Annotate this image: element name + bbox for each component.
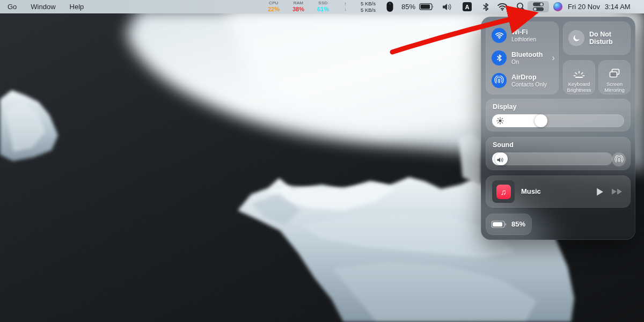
keyboard-brightness-label: Keyboard Brightness bbox=[563, 81, 595, 93]
bluetooth-toggle[interactable]: Bluetooth On › bbox=[486, 46, 559, 70]
desktop: Go Window Help CPU 22% RAM 38% SSD 61% ↑… bbox=[0, 0, 644, 322]
menu-bar: Go Window Help CPU 22% RAM 38% SSD 61% ↑… bbox=[0, 0, 644, 13]
music-title: Music bbox=[521, 188, 541, 196]
bluetooth-icon bbox=[496, 54, 503, 62]
wifi-icon bbox=[495, 32, 504, 39]
brightness-sun-icon bbox=[496, 117, 504, 127]
display-label: Display bbox=[493, 103, 516, 111]
battery-menu-item[interactable] bbox=[419, 0, 434, 13]
wifi-toggle-circle[interactable] bbox=[492, 28, 507, 43]
cpu-stat: CPU 22% bbox=[265, 1, 283, 12]
airplay-audio-button[interactable] bbox=[612, 152, 626, 166]
chevron-right-icon[interactable]: › bbox=[552, 53, 555, 63]
sound-label: Sound bbox=[493, 141, 514, 149]
airdrop-icon bbox=[494, 76, 504, 85]
sound-volume-slider[interactable] bbox=[492, 152, 612, 165]
control-center-menu-item[interactable] bbox=[528, 1, 549, 12]
menu-bar-clock[interactable]: Fri 20 Nov 3:14 AM bbox=[568, 0, 631, 13]
connectivity-card: Wi-Fi Lothlorien Bluetooth On › bbox=[486, 21, 559, 94]
siri-menu-item[interactable] bbox=[553, 0, 562, 13]
download-arrow-icon: ↓ bbox=[344, 7, 347, 12]
battery-percent-label: 85% bbox=[511, 221, 525, 229]
bluetooth-icon bbox=[482, 2, 490, 12]
keyboard-brightness-icon bbox=[572, 63, 586, 79]
do-not-disturb-card[interactable]: Do Not Disturb bbox=[563, 21, 631, 55]
menu-help[interactable]: Help bbox=[70, 3, 84, 11]
spotlight-menu-item[interactable] bbox=[516, 0, 525, 13]
bluetooth-title: Bluetooth bbox=[511, 51, 543, 58]
screen-mirroring-icon bbox=[608, 63, 621, 79]
display-brightness-slider[interactable] bbox=[492, 114, 624, 127]
airdrop-toggle[interactable]: AirDrop Contacts Only bbox=[486, 69, 559, 92]
download-speed: 5 KB/s bbox=[361, 8, 376, 13]
network-speeds[interactable]: 5 KB/s 5 KB/s bbox=[352, 0, 376, 13]
airdrop-toggle-circle[interactable] bbox=[492, 73, 507, 88]
input-source-menu-item[interactable]: A bbox=[463, 0, 472, 13]
clock-time: 3:14 AM bbox=[605, 3, 631, 11]
menu-window[interactable]: Window bbox=[31, 3, 55, 11]
ram-stat: RAM 38% bbox=[289, 1, 308, 12]
airdrop-title: AirDrop bbox=[511, 74, 547, 81]
volume-icon bbox=[442, 3, 453, 11]
battery-card[interactable]: 85% bbox=[486, 214, 532, 235]
display-slider-knob[interactable] bbox=[535, 114, 547, 127]
upload-arrow-icon: ↑ bbox=[344, 2, 347, 6]
music-app-icon: ♫ bbox=[496, 185, 511, 199]
album-art: ♫ bbox=[492, 180, 515, 203]
play-button[interactable] bbox=[595, 187, 604, 196]
upload-speed: 5 KB/s bbox=[361, 1, 376, 6]
keyboard-brightness-card[interactable]: Keyboard Brightness bbox=[563, 60, 595, 94]
control-center-icon bbox=[532, 2, 544, 12]
wifi-toggle[interactable]: Wi-Fi Lothlorien bbox=[486, 24, 559, 47]
clock-date: Fri 20 Nov bbox=[568, 3, 600, 11]
menu-go[interactable]: Go bbox=[8, 3, 17, 11]
battery-icon bbox=[419, 3, 434, 10]
battery-icon bbox=[491, 221, 507, 228]
airplay-audio-icon bbox=[614, 155, 624, 164]
mouse-icon bbox=[386, 1, 394, 12]
wifi-title: Wi-Fi bbox=[511, 28, 536, 36]
control-center-panel: Wi-Fi Lothlorien Bluetooth On › bbox=[481, 17, 635, 240]
screen-mirroring-label: Screen Mirroring bbox=[598, 81, 631, 93]
speaker-icon bbox=[496, 156, 504, 165]
battery-percent-text: 85% bbox=[401, 0, 415, 13]
music-card: ♫ Music bbox=[486, 175, 631, 208]
wifi-icon bbox=[497, 3, 508, 11]
airdrop-mode: Contacts Only bbox=[511, 81, 547, 88]
system-stats[interactable]: CPU 22% RAM 38% SSD 61% bbox=[265, 0, 332, 13]
ssd-stat: SSD 61% bbox=[314, 1, 332, 12]
search-icon bbox=[516, 2, 525, 11]
screen-mirroring-card[interactable]: Screen Mirroring bbox=[598, 60, 631, 94]
bluetooth-status: On bbox=[511, 58, 543, 65]
moon-icon bbox=[568, 30, 584, 46]
bluetooth-toggle-circle[interactable] bbox=[492, 50, 507, 65]
menu-bar-menus: Go Window Help bbox=[8, 0, 84, 13]
siri-icon bbox=[553, 2, 562, 11]
input-source-badge: A bbox=[463, 2, 472, 11]
display-card: Display bbox=[486, 99, 631, 131]
mouse-status-item[interactable] bbox=[386, 0, 394, 13]
wifi-menu-item[interactable] bbox=[497, 0, 508, 13]
dnd-label: Do Not Disturb bbox=[589, 31, 626, 46]
network-arrows: ↑ ↓ bbox=[344, 0, 347, 13]
bluetooth-menu-item[interactable] bbox=[482, 0, 490, 13]
wifi-network-name: Lothlorien bbox=[511, 36, 536, 43]
sound-card: Sound bbox=[486, 137, 631, 170]
fast-forward-button[interactable] bbox=[611, 188, 623, 195]
volume-menu-item[interactable] bbox=[442, 0, 453, 13]
